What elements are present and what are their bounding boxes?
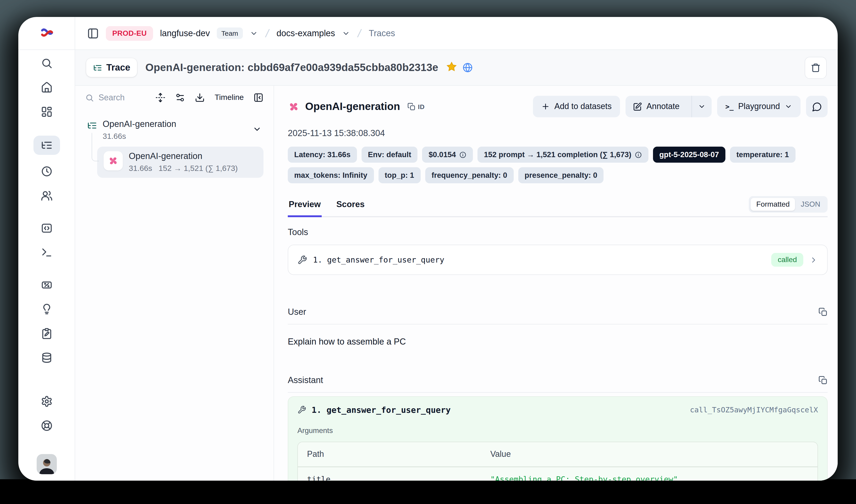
observation-detail-panel: OpenAI-generation ID Add to datasets [274, 86, 838, 481]
tool-name: 1. get_answer_for_user_query [313, 255, 444, 264]
tool-definition-card[interactable]: 1. get_answer_for_user_query called [288, 245, 827, 275]
view-settings-icon[interactable] [175, 93, 185, 103]
list-tree-icon [93, 63, 102, 72]
tool-call-id: call_TsOZ5awyMjIYCMfgaGqscelX [690, 406, 818, 414]
bookmark-star-icon[interactable] [447, 61, 457, 74]
arg-value-title: "Assembling a PC: Step-by-step overview" [490, 475, 678, 481]
metric-badges-row1: Latency: 31.66s Env: default $0.0154 152… [288, 147, 827, 163]
info-icon [635, 151, 642, 158]
sessions-clock-icon[interactable] [40, 165, 52, 177]
openai-icon [104, 151, 123, 170]
prompts-icon[interactable] [40, 222, 52, 234]
download-icon[interactable] [195, 93, 205, 103]
tree-root-node[interactable]: OpenAI-generation 31.66s [85, 119, 264, 141]
copy-icon [407, 103, 416, 111]
org-chevron-down-icon[interactable] [250, 29, 258, 37]
copy-icon [818, 376, 827, 385]
top-navbar: PROD-EU langfuse-dev Team / docs-example… [75, 17, 838, 50]
tool-called-badge: called [771, 253, 803, 267]
collapse-node-chevron-icon[interactable] [252, 125, 262, 134]
evaluation-icon[interactable] [40, 279, 52, 291]
expand-tool-chevron-icon[interactable] [809, 255, 818, 264]
arguments-table-header: Path Value [298, 442, 818, 467]
lightbulb-icon[interactable] [40, 303, 52, 315]
tree-connector-line [92, 133, 99, 161]
plus-icon [541, 102, 550, 111]
annotate-dropdown-chevron[interactable] [692, 96, 712, 117]
tools-heading: Tools [288, 227, 827, 237]
datasets-database-icon[interactable] [40, 352, 52, 364]
annotate-button[interactable]: Annotate [625, 96, 687, 117]
dashboard-icon[interactable] [40, 106, 52, 118]
chevron-down-icon [785, 103, 792, 110]
value-column-header: Value [481, 442, 818, 466]
cost-badge[interactable]: $0.0154 [422, 147, 473, 163]
pen-square-icon [633, 102, 642, 111]
format-formatted[interactable]: Formatted [751, 198, 795, 211]
desktop-background: PROD-EU langfuse-dev Team / docs-example… [0, 0, 856, 504]
breadcrumb-separator: / [263, 27, 271, 40]
logo-cell [18, 17, 75, 50]
annotate-button-group: Annotate [625, 96, 712, 117]
tracing-nav-active[interactable] [33, 136, 60, 155]
copy-id-button[interactable]: ID [407, 103, 425, 111]
user-heading: User [288, 307, 306, 317]
breadcrumb-org[interactable]: langfuse-dev [160, 28, 210, 38]
tree-search[interactable] [85, 93, 141, 103]
playground-terminal-icon[interactable] [40, 247, 52, 258]
token-usage-badge[interactable]: 152 prompt → 1,521 completion (∑ 1,673) [478, 147, 648, 163]
fold-vertical-icon[interactable] [156, 93, 166, 103]
delete-trace-button[interactable] [805, 57, 827, 78]
path-column-header: Path [298, 442, 481, 466]
tab-scores[interactable]: Scores [335, 199, 365, 217]
assistant-message-section: Assistant 1. get_answer_for_user_query c… [288, 375, 827, 481]
preview-scroll-area[interactable]: Tools 1. get_answer_for_user_query calle… [288, 217, 827, 481]
add-to-datasets-button[interactable]: Add to datasets [533, 96, 620, 117]
child-node-duration: 31.66s [129, 164, 152, 173]
child-node-tokens: 152 → 1,521 (∑ 1,673) [159, 164, 238, 173]
observation-timestamp: 2025-11-13 15:38:08.304 [288, 128, 827, 138]
latency-badge: Latency: 31.66s [288, 147, 357, 163]
wrench-icon [298, 255, 307, 265]
presence-penalty-badge: presence_penalty: 0 [518, 167, 604, 183]
tab-preview[interactable]: Preview [288, 199, 322, 217]
env-badge: Env: default [361, 147, 418, 163]
detail-actions: Add to datasets Annotate [533, 96, 827, 117]
trace-header-row: Trace OpenAI-generation: cbbd69af7e00a93… [75, 50, 838, 86]
org-type-badge: Team [217, 28, 243, 39]
model-badge[interactable]: gpt-5-2025-08-07 [653, 147, 725, 163]
id-label: ID [418, 103, 425, 110]
app-window: PROD-EU langfuse-dev Team / docs-example… [18, 17, 838, 481]
timeline-toggle[interactable]: Timeline [215, 93, 244, 102]
tool-call-name: 1. get_answer_for_user_query [311, 405, 451, 415]
assistant-heading: Assistant [288, 375, 323, 385]
environment-badge[interactable]: PROD-EU [106, 26, 153, 40]
info-icon [459, 151, 466, 158]
settings-gear-icon[interactable] [40, 395, 52, 407]
copy-user-message-button[interactable] [818, 307, 827, 317]
project-chevron-down-icon[interactable] [342, 29, 350, 37]
root-node-name: OpenAI-generation [103, 119, 176, 129]
users-icon[interactable] [40, 190, 52, 202]
format-json[interactable]: JSON [795, 198, 826, 211]
tree-search-input[interactable] [99, 93, 141, 103]
sidebar-toggle-icon[interactable] [87, 27, 99, 39]
playground-button[interactable]: >_ Playground [717, 96, 801, 117]
search-icon[interactable] [40, 57, 52, 69]
user-message-content: Explain how to assemble a PC [288, 337, 827, 347]
breadcrumb-project[interactable]: docs-examples [277, 28, 335, 38]
support-lifebuoy-icon[interactable] [40, 420, 52, 432]
public-globe-icon[interactable] [463, 62, 473, 73]
home-icon[interactable] [40, 82, 52, 93]
comments-button[interactable] [806, 96, 827, 117]
user-avatar[interactable] [36, 454, 57, 474]
tree-child-node-selected[interactable]: OpenAI-generation 31.66s 152 → 1,521 (∑ … [97, 147, 264, 178]
top-p-badge: top_p: 1 [378, 167, 421, 183]
langfuse-logo-icon[interactable] [39, 25, 54, 41]
chevron-down-icon [698, 103, 706, 110]
annotation-queue-icon[interactable] [40, 328, 52, 340]
collapse-panel-icon[interactable] [253, 93, 264, 103]
copy-assistant-message-button[interactable] [818, 376, 827, 385]
breadcrumb-section[interactable]: Traces [369, 28, 395, 38]
user-message-section: User Explain how to assemble a PC [288, 307, 827, 347]
